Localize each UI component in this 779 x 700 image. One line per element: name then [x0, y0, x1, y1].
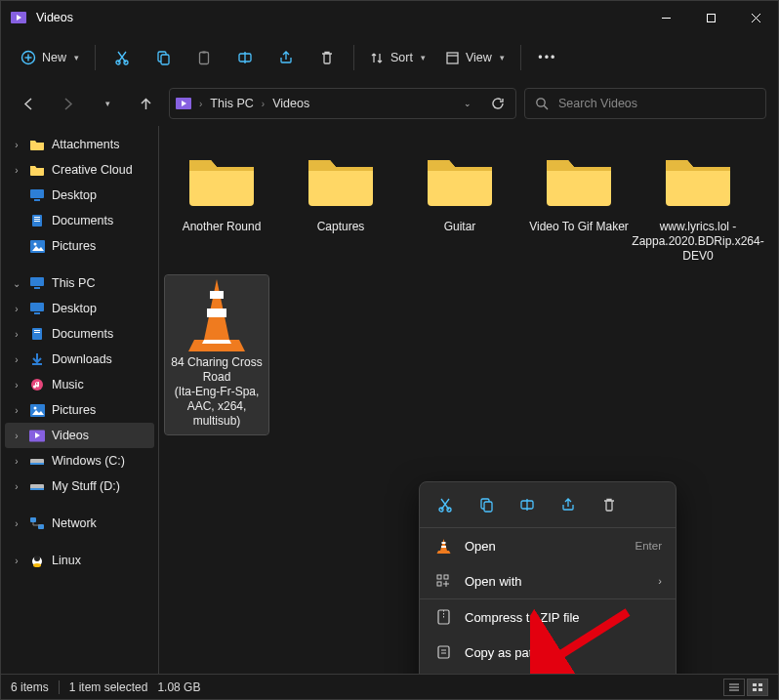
maximize-button[interactable]: [688, 1, 733, 34]
search-box[interactable]: Search Videos: [524, 88, 766, 119]
sidebar-item-pc-music[interactable]: ›Music: [5, 372, 154, 397]
close-button[interactable]: [733, 1, 778, 34]
breadcrumb-this-pc[interactable]: This PC: [210, 97, 253, 110]
video-file-item[interactable]: 84 Charing Cross Road (Ita-Eng-Fr-Spa, A…: [165, 275, 268, 434]
folder-item[interactable]: Another Round: [165, 140, 278, 269]
ctx-delete-button[interactable]: [592, 488, 627, 521]
svg-rect-12: [161, 55, 169, 64]
selection-size: 1.08 GB: [157, 680, 200, 694]
recent-button[interactable]: ▾: [91, 88, 122, 119]
ctx-copy-path[interactable]: Copy as path: [420, 635, 676, 670]
chevron-right-icon: ›: [262, 99, 265, 109]
desktop-icon: [28, 188, 46, 202]
sidebar-item-label: Downloads: [52, 352, 112, 366]
folder-icon: [177, 142, 266, 216]
trash-icon: [319, 50, 335, 65]
ctx-cut-button[interactable]: [428, 488, 463, 521]
view-button[interactable]: View ▾: [437, 41, 512, 74]
ctx-label: Compress to ZIP file: [465, 610, 662, 625]
folder-icon: [296, 142, 386, 216]
sort-icon: [370, 51, 385, 65]
sidebar-network[interactable]: ›Network: [5, 511, 154, 536]
svg-rect-28: [34, 221, 40, 222]
more-button[interactable]: •••: [529, 41, 566, 74]
folder-item[interactable]: Guitar: [403, 140, 516, 269]
folder-item[interactable]: Video To Gif Maker: [522, 140, 636, 269]
refresh-button[interactable]: [486, 97, 510, 110]
details-view-button[interactable]: [723, 679, 745, 696]
sidebar-item-drive-c[interactable]: ›Windows (C:): [5, 448, 154, 474]
desktop-icon: [28, 302, 46, 315]
folder-icon: [28, 138, 46, 151]
folder-icon: [415, 142, 505, 216]
linux-icon: [28, 554, 46, 567]
share-button[interactable]: [267, 41, 305, 74]
sidebar-linux[interactable]: ›Linux: [5, 548, 154, 573]
sidebar-item-pc-documents[interactable]: ›Documents: [5, 321, 154, 347]
sidebar-item-label: Desktop: [52, 188, 97, 202]
sidebar-item-desktop[interactable]: Desktop: [5, 183, 154, 208]
chevron-right-icon: ›: [11, 431, 22, 441]
items-view[interactable]: Another Round Captures Guitar Video To G…: [159, 126, 778, 674]
downloads-icon: [28, 352, 46, 366]
svg-rect-13: [200, 53, 209, 64]
minimize-button[interactable]: [643, 1, 688, 34]
sort-button[interactable]: Sort ▾: [362, 41, 433, 74]
sidebar-item-creative-cloud[interactable]: ›Creative Cloud: [5, 157, 154, 183]
svg-rect-37: [34, 332, 40, 333]
refresh-icon: [491, 97, 505, 110]
back-button[interactable]: [13, 88, 44, 119]
address-bar[interactable]: › This PC › Videos ⌄: [169, 88, 516, 119]
svg-rect-29: [30, 240, 45, 253]
sidebar-item-label: Pictures: [52, 403, 96, 417]
icons-view-button[interactable]: [747, 679, 768, 696]
sidebar-this-pc[interactable]: ⌄This PC: [5, 270, 154, 296]
folder-item[interactable]: www.lyrics.lol - Zappa.2020.BDRip.x264-D…: [641, 140, 755, 269]
ctx-properties[interactable]: Properties Alt+Enter: [420, 670, 676, 674]
pictures-icon: [28, 404, 46, 417]
svg-rect-24: [34, 199, 40, 201]
svg-point-21: [537, 99, 545, 106]
sidebar-item-pc-pictures[interactable]: ›Pictures: [5, 397, 154, 423]
folder-item[interactable]: Captures: [284, 140, 397, 269]
open-with-icon: [433, 573, 453, 589]
chevron-down-icon: ⌄: [464, 99, 472, 108]
sidebar-item-attachments[interactable]: ›Attachments: [5, 132, 154, 157]
svg-marker-57: [202, 340, 231, 344]
svg-rect-68: [437, 575, 441, 579]
ctx-copy-button[interactable]: [469, 488, 504, 521]
sidebar-item-pictures[interactable]: Pictures: [5, 233, 154, 259]
up-button[interactable]: [130, 88, 161, 119]
new-button[interactable]: New ▾: [13, 41, 87, 74]
sidebar-item-pc-downloads[interactable]: ›Downloads: [5, 347, 154, 372]
svg-rect-31: [30, 277, 44, 286]
chevron-right-icon: ›: [11, 518, 22, 529]
sidebar-item-label: This PC: [52, 276, 95, 290]
copy-button[interactable]: [144, 41, 182, 74]
ctx-share-button[interactable]: [551, 488, 586, 521]
ctx-rename-button[interactable]: [510, 488, 545, 521]
breadcrumb-current[interactable]: Videos: [272, 97, 309, 110]
delete-button[interactable]: [308, 41, 346, 74]
sidebar-item-documents[interactable]: Documents: [5, 208, 154, 233]
rename-button[interactable]: [226, 41, 264, 74]
vlc-cone-icon: [172, 277, 262, 351]
paste-button[interactable]: [185, 41, 223, 74]
ctx-open[interactable]: Open Enter: [420, 528, 676, 563]
sidebar-item-pc-videos[interactable]: ›Videos: [5, 423, 154, 448]
cut-button[interactable]: [103, 41, 141, 74]
copy-icon: [155, 50, 171, 65]
search-placeholder: Search Videos: [558, 97, 637, 110]
forward-button[interactable]: [52, 88, 83, 119]
chevron-right-icon: ›: [658, 575, 662, 587]
item-label: 84 Charing Cross Road (Ita-Eng-Fr-Spa, A…: [165, 355, 268, 429]
view-icon: [445, 51, 460, 65]
address-dropdown[interactable]: ⌄: [455, 99, 478, 108]
chevron-right-icon: ›: [11, 140, 22, 150]
ctx-compress[interactable]: Compress to ZIP file: [420, 599, 676, 635]
sidebar-item-drive-d[interactable]: ›My Stuff (D:): [5, 474, 154, 499]
chevron-down-icon: ⌄: [11, 278, 22, 289]
svg-marker-64: [440, 539, 447, 551]
sidebar-item-pc-desktop[interactable]: ›Desktop: [5, 296, 154, 321]
ctx-open-with[interactable]: Open with ›: [420, 563, 676, 598]
